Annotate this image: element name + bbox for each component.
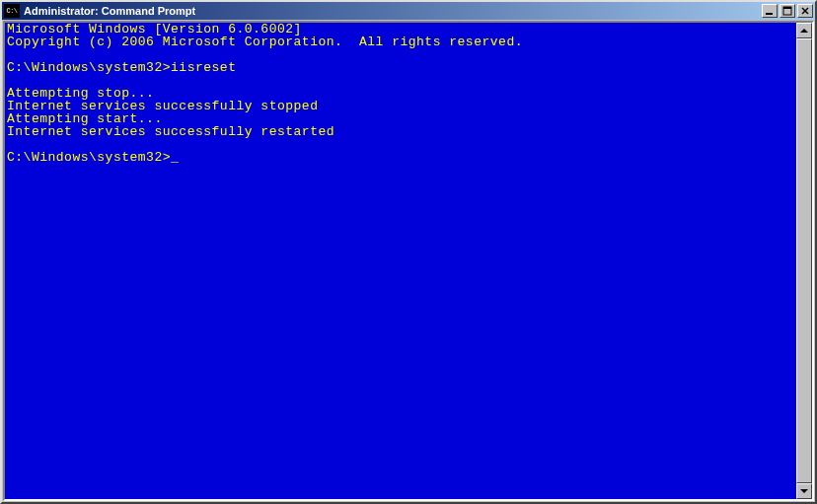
maximize-button[interactable] xyxy=(780,4,795,18)
cmd-icon: C:\ xyxy=(4,4,20,18)
svg-rect-0 xyxy=(766,13,773,15)
titlebar[interactable]: C:\ Administrator: Command Prompt xyxy=(2,2,815,20)
chevron-up-icon xyxy=(800,29,808,33)
scrollbar-thumb[interactable] xyxy=(796,38,812,483)
scrollbar[interactable] xyxy=(796,23,812,499)
svg-rect-2 xyxy=(783,7,791,9)
cmd-icon-label: C:\ xyxy=(6,7,17,15)
scroll-up-button[interactable] xyxy=(796,23,812,38)
scroll-down-button[interactable] xyxy=(796,483,812,499)
console-output[interactable]: Microsoft Windows [Version 6.0.6002] Cop… xyxy=(5,23,812,499)
console-line: Copyright (c) 2006 Microsoft Corporation… xyxy=(7,35,523,49)
window-title: Administrator: Command Prompt xyxy=(24,5,760,17)
console-line: Internet services successfully restarted xyxy=(7,124,334,139)
console-container: Microsoft Windows [Version 6.0.6002] Cop… xyxy=(3,21,814,501)
close-icon xyxy=(800,6,810,16)
minimize-icon xyxy=(765,6,775,16)
prompt: C:\Windows\system32> xyxy=(7,60,171,75)
chevron-down-icon xyxy=(800,489,808,493)
command-prompt-window: C:\ Administrator: Command Prompt Micros… xyxy=(0,0,817,504)
window-controls xyxy=(760,4,813,18)
maximize-icon xyxy=(782,6,792,16)
cursor: _ xyxy=(171,151,179,164)
close-button[interactable] xyxy=(797,4,813,18)
prompt: C:\Windows\system32> xyxy=(7,150,171,165)
command-text: iisreset xyxy=(171,60,236,75)
scrollbar-track[interactable] xyxy=(796,38,812,483)
minimize-button[interactable] xyxy=(762,4,778,18)
